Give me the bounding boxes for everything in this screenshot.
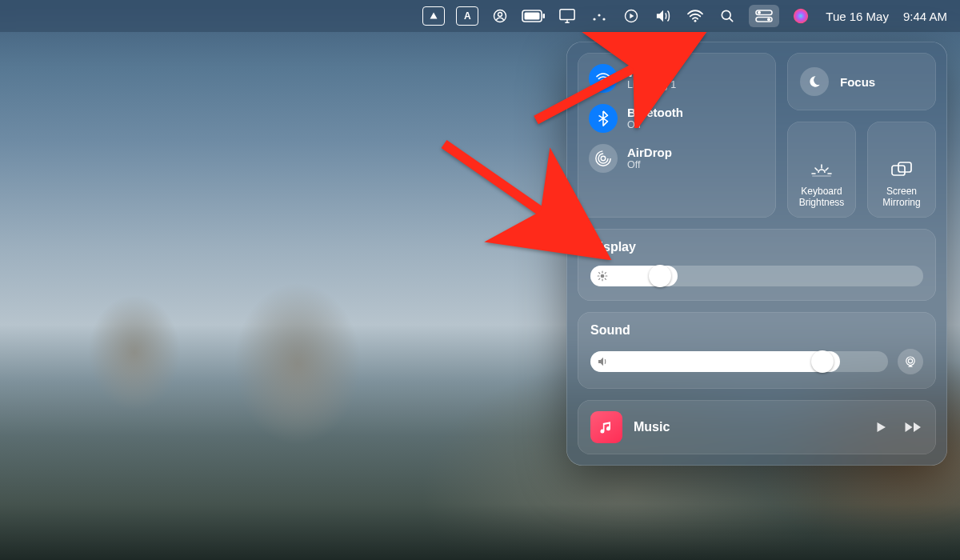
display-brightness-slider[interactable] — [590, 266, 923, 286]
focus-control[interactable]: Focus — [787, 53, 936, 110]
connectivity-tile: Wi-Fi Lightning 1 Bluetooth On AirDrop — [578, 53, 776, 218]
wifi-icon[interactable] — [685, 5, 706, 27]
bluetooth-title: Bluetooth — [627, 106, 683, 119]
airdrop-subtitle: Off — [627, 159, 672, 171]
svg-point-13 — [758, 11, 761, 14]
svg-rect-5 — [560, 10, 574, 20]
keyboard-brightness-button[interactable]: Keyboard Brightness — [787, 122, 856, 218]
display-tile: Display — [578, 229, 936, 301]
brightness-icon — [597, 270, 608, 282]
now-playing-tile[interactable]: Music — [578, 400, 936, 454]
keyboard-brightness-icon — [810, 163, 833, 179]
focus-title: Focus — [840, 75, 875, 89]
sound-title: Sound — [590, 323, 923, 338]
svg-point-7 — [598, 14, 601, 16]
airdrop-toggle-icon — [589, 144, 618, 173]
svg-point-1 — [498, 12, 502, 16]
spotlight-icon[interactable] — [717, 5, 738, 27]
svg-point-10 — [694, 20, 697, 22]
svg-point-16 — [794, 9, 808, 23]
screen-mirroring-icon — [891, 162, 912, 179]
music-app-icon — [590, 411, 622, 443]
airdrop-title: AirDrop — [627, 146, 672, 159]
screen-mirroring-button[interactable]: Screen Mirroring — [867, 122, 936, 218]
keyboard-brightness-label: Keyboard Brightness — [792, 186, 851, 208]
svg-rect-4 — [543, 14, 546, 18]
play-button[interactable] — [874, 420, 888, 434]
control-center-icon[interactable] — [749, 5, 779, 27]
control-center-panel: Wi-Fi Lightning 1 Bluetooth On AirDrop — [566, 42, 947, 466]
svg-point-15 — [767, 18, 770, 21]
menu-extra-icon[interactable] — [589, 5, 610, 27]
volume-icon[interactable] — [653, 5, 674, 27]
speaker-icon — [597, 356, 610, 367]
svg-point-8 — [603, 18, 606, 20]
bluetooth-subtitle: On — [627, 119, 683, 131]
sound-volume-slider[interactable] — [590, 351, 888, 372]
media-menu-icon[interactable] — [621, 5, 642, 27]
svg-point-17 — [602, 82, 605, 84]
battery-icon[interactable] — [522, 5, 546, 27]
app-a-menu-icon[interactable]: A — [456, 6, 478, 26]
wifi-title: Wi-Fi — [627, 66, 676, 79]
svg-point-25 — [906, 357, 915, 366]
menubar-time[interactable]: 9:44 AM — [903, 10, 947, 23]
wifi-subtitle: Lightning 1 — [627, 79, 676, 91]
svg-point-6 — [594, 18, 596, 20]
svg-point-19 — [598, 154, 608, 163]
menu-bar: A Tue 16 May 9:44 AM — [0, 0, 960, 32]
bluetooth-control[interactable]: Bluetooth On — [589, 104, 765, 133]
svg-point-24 — [601, 274, 605, 278]
siri-icon[interactable] — [790, 5, 811, 27]
svg-point-18 — [601, 156, 606, 161]
wifi-control[interactable]: Wi-Fi Lightning 1 — [589, 64, 765, 93]
menubar-date[interactable]: Tue 16 May — [826, 10, 889, 23]
drive-menu-icon[interactable] — [422, 6, 445, 26]
bluetooth-toggle-icon — [589, 104, 618, 133]
wifi-toggle-icon — [589, 64, 618, 93]
user-account-icon[interactable] — [490, 5, 510, 27]
svg-rect-21 — [812, 175, 831, 177]
sound-tile: Sound — [578, 312, 936, 389]
airdrop-control[interactable]: AirDrop Off — [589, 144, 765, 173]
display-title: Display — [590, 240, 923, 254]
sound-output-button[interactable] — [898, 349, 923, 374]
screen-mirroring-label: Screen Mirroring — [872, 186, 931, 208]
next-track-button[interactable] — [904, 420, 923, 434]
now-playing-title: Music — [634, 420, 858, 434]
display-menu-icon[interactable] — [557, 5, 578, 27]
svg-rect-3 — [525, 13, 540, 20]
focus-moon-icon — [800, 67, 829, 96]
svg-point-26 — [908, 359, 912, 363]
